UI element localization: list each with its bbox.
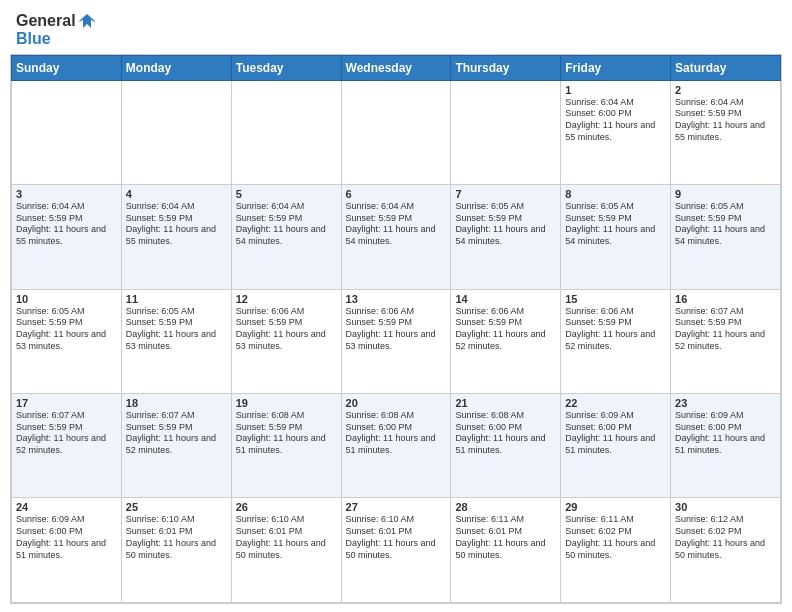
day-number: 19 — [236, 397, 337, 409]
day-info: Sunrise: 6:05 AMSunset: 5:59 PMDaylight:… — [455, 201, 556, 248]
logo-bird-icon — [78, 12, 96, 30]
day-info: Sunrise: 6:12 AMSunset: 6:02 PMDaylight:… — [675, 514, 776, 561]
day-number: 13 — [346, 293, 447, 305]
day-number: 4 — [126, 188, 227, 200]
day-number: 24 — [16, 501, 117, 513]
calendar-cell: 2Sunrise: 6:04 AMSunset: 5:59 PMDaylight… — [671, 80, 781, 184]
day-number: 18 — [126, 397, 227, 409]
calendar-cell: 26Sunrise: 6:10 AMSunset: 6:01 PMDayligh… — [231, 498, 341, 603]
day-info: Sunrise: 6:11 AMSunset: 6:02 PMDaylight:… — [565, 514, 666, 561]
weekday-header: Tuesday — [231, 55, 341, 80]
day-info: Sunrise: 6:05 AMSunset: 5:59 PMDaylight:… — [126, 306, 227, 353]
day-info: Sunrise: 6:11 AMSunset: 6:01 PMDaylight:… — [455, 514, 556, 561]
day-info: Sunrise: 6:07 AMSunset: 5:59 PMDaylight:… — [126, 410, 227, 457]
day-number: 16 — [675, 293, 776, 305]
calendar-cell: 24Sunrise: 6:09 AMSunset: 6:00 PMDayligh… — [12, 498, 122, 603]
day-number: 25 — [126, 501, 227, 513]
svg-marker-0 — [78, 14, 96, 28]
day-info: Sunrise: 6:09 AMSunset: 6:00 PMDaylight:… — [565, 410, 666, 457]
day-number: 29 — [565, 501, 666, 513]
weekday-header: Saturday — [671, 55, 781, 80]
calendar-cell: 8Sunrise: 6:05 AMSunset: 5:59 PMDaylight… — [561, 185, 671, 289]
calendar-cell: 10Sunrise: 6:05 AMSunset: 5:59 PMDayligh… — [12, 289, 122, 393]
calendar-cell — [451, 80, 561, 184]
logo-general: General — [16, 12, 76, 30]
calendar-cell: 23Sunrise: 6:09 AMSunset: 6:00 PMDayligh… — [671, 394, 781, 498]
day-number: 26 — [236, 501, 337, 513]
day-info: Sunrise: 6:07 AMSunset: 5:59 PMDaylight:… — [16, 410, 117, 457]
calendar: SundayMondayTuesdayWednesdayThursdayFrid… — [10, 54, 782, 604]
calendar-cell: 17Sunrise: 6:07 AMSunset: 5:59 PMDayligh… — [12, 394, 122, 498]
calendar-table: SundayMondayTuesdayWednesdayThursdayFrid… — [11, 55, 781, 603]
calendar-cell: 27Sunrise: 6:10 AMSunset: 6:01 PMDayligh… — [341, 498, 451, 603]
calendar-week-row: 17Sunrise: 6:07 AMSunset: 5:59 PMDayligh… — [12, 394, 781, 498]
calendar-cell: 6Sunrise: 6:04 AMSunset: 5:59 PMDaylight… — [341, 185, 451, 289]
logo: General Blue — [16, 12, 96, 48]
day-number: 27 — [346, 501, 447, 513]
logo-text: General Blue — [16, 12, 96, 48]
header: General Blue — [0, 0, 792, 54]
day-info: Sunrise: 6:08 AMSunset: 5:59 PMDaylight:… — [236, 410, 337, 457]
calendar-cell — [12, 80, 122, 184]
day-info: Sunrise: 6:08 AMSunset: 6:00 PMDaylight:… — [455, 410, 556, 457]
day-info: Sunrise: 6:04 AMSunset: 5:59 PMDaylight:… — [236, 201, 337, 248]
calendar-cell: 5Sunrise: 6:04 AMSunset: 5:59 PMDaylight… — [231, 185, 341, 289]
day-number: 8 — [565, 188, 666, 200]
day-info: Sunrise: 6:05 AMSunset: 5:59 PMDaylight:… — [16, 306, 117, 353]
calendar-cell: 14Sunrise: 6:06 AMSunset: 5:59 PMDayligh… — [451, 289, 561, 393]
weekday-header: Monday — [121, 55, 231, 80]
calendar-cell: 30Sunrise: 6:12 AMSunset: 6:02 PMDayligh… — [671, 498, 781, 603]
day-number: 30 — [675, 501, 776, 513]
day-number: 2 — [675, 84, 776, 96]
weekday-header: Friday — [561, 55, 671, 80]
calendar-cell: 16Sunrise: 6:07 AMSunset: 5:59 PMDayligh… — [671, 289, 781, 393]
weekday-header: Thursday — [451, 55, 561, 80]
day-number: 9 — [675, 188, 776, 200]
calendar-cell — [231, 80, 341, 184]
calendar-cell: 21Sunrise: 6:08 AMSunset: 6:00 PMDayligh… — [451, 394, 561, 498]
day-info: Sunrise: 6:04 AMSunset: 5:59 PMDaylight:… — [126, 201, 227, 248]
calendar-cell: 11Sunrise: 6:05 AMSunset: 5:59 PMDayligh… — [121, 289, 231, 393]
day-info: Sunrise: 6:08 AMSunset: 6:00 PMDaylight:… — [346, 410, 447, 457]
day-info: Sunrise: 6:09 AMSunset: 6:00 PMDaylight:… — [16, 514, 117, 561]
day-number: 28 — [455, 501, 556, 513]
calendar-cell: 1Sunrise: 6:04 AMSunset: 6:00 PMDaylight… — [561, 80, 671, 184]
day-info: Sunrise: 6:04 AMSunset: 5:59 PMDaylight:… — [675, 97, 776, 144]
weekday-header: Wednesday — [341, 55, 451, 80]
day-info: Sunrise: 6:05 AMSunset: 5:59 PMDaylight:… — [675, 201, 776, 248]
calendar-cell: 13Sunrise: 6:06 AMSunset: 5:59 PMDayligh… — [341, 289, 451, 393]
day-info: Sunrise: 6:10 AMSunset: 6:01 PMDaylight:… — [126, 514, 227, 561]
day-number: 6 — [346, 188, 447, 200]
day-info: Sunrise: 6:04 AMSunset: 5:59 PMDaylight:… — [346, 201, 447, 248]
calendar-week-row: 3Sunrise: 6:04 AMSunset: 5:59 PMDaylight… — [12, 185, 781, 289]
day-number: 20 — [346, 397, 447, 409]
day-number: 1 — [565, 84, 666, 96]
calendar-cell: 9Sunrise: 6:05 AMSunset: 5:59 PMDaylight… — [671, 185, 781, 289]
day-info: Sunrise: 6:06 AMSunset: 5:59 PMDaylight:… — [346, 306, 447, 353]
day-info: Sunrise: 6:09 AMSunset: 6:00 PMDaylight:… — [675, 410, 776, 457]
calendar-cell: 28Sunrise: 6:11 AMSunset: 6:01 PMDayligh… — [451, 498, 561, 603]
calendar-cell: 20Sunrise: 6:08 AMSunset: 6:00 PMDayligh… — [341, 394, 451, 498]
day-info: Sunrise: 6:06 AMSunset: 5:59 PMDaylight:… — [236, 306, 337, 353]
day-info: Sunrise: 6:10 AMSunset: 6:01 PMDaylight:… — [236, 514, 337, 561]
day-info: Sunrise: 6:04 AMSunset: 6:00 PMDaylight:… — [565, 97, 666, 144]
day-number: 23 — [675, 397, 776, 409]
day-number: 3 — [16, 188, 117, 200]
calendar-cell: 4Sunrise: 6:04 AMSunset: 5:59 PMDaylight… — [121, 185, 231, 289]
calendar-cell: 18Sunrise: 6:07 AMSunset: 5:59 PMDayligh… — [121, 394, 231, 498]
day-number: 12 — [236, 293, 337, 305]
day-number: 5 — [236, 188, 337, 200]
calendar-cell — [341, 80, 451, 184]
day-info: Sunrise: 6:05 AMSunset: 5:59 PMDaylight:… — [565, 201, 666, 248]
calendar-week-row: 1Sunrise: 6:04 AMSunset: 6:00 PMDaylight… — [12, 80, 781, 184]
calendar-cell: 22Sunrise: 6:09 AMSunset: 6:00 PMDayligh… — [561, 394, 671, 498]
calendar-cell — [121, 80, 231, 184]
weekday-header-row: SundayMondayTuesdayWednesdayThursdayFrid… — [12, 55, 781, 80]
calendar-week-row: 10Sunrise: 6:05 AMSunset: 5:59 PMDayligh… — [12, 289, 781, 393]
weekday-header: Sunday — [12, 55, 122, 80]
day-number: 17 — [16, 397, 117, 409]
day-info: Sunrise: 6:10 AMSunset: 6:01 PMDaylight:… — [346, 514, 447, 561]
calendar-cell: 25Sunrise: 6:10 AMSunset: 6:01 PMDayligh… — [121, 498, 231, 603]
day-number: 14 — [455, 293, 556, 305]
calendar-cell: 3Sunrise: 6:04 AMSunset: 5:59 PMDaylight… — [12, 185, 122, 289]
